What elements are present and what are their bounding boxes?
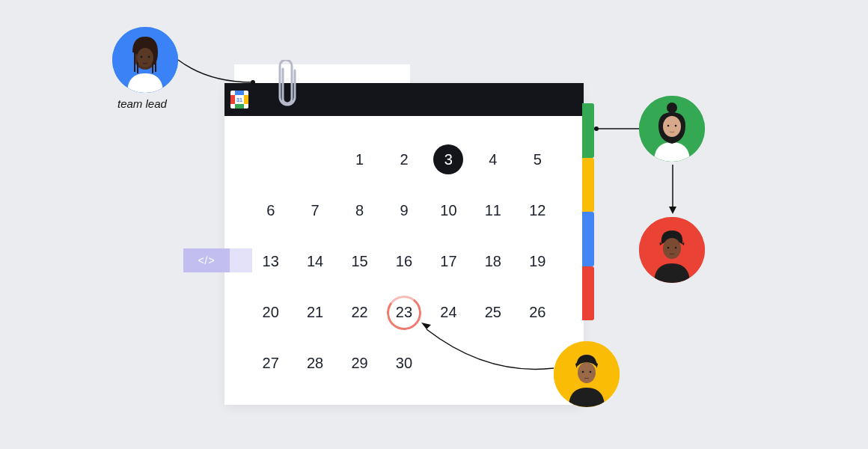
connector-tabs-to-green — [594, 124, 644, 135]
tab-yellow[interactable] — [582, 158, 594, 213]
calendar-day-empty — [248, 134, 293, 185]
calendar-day[interactable]: 23 — [382, 287, 426, 337]
svg-point-11 — [663, 238, 681, 259]
code-tag-highlight — [230, 248, 252, 272]
calendar-tabs — [582, 103, 594, 320]
calendar-day[interactable]: 2 — [382, 134, 426, 185]
calendar-day[interactable]: 11 — [471, 185, 515, 236]
calendar-day[interactable]: 29 — [337, 337, 382, 388]
svg-point-15 — [578, 362, 596, 383]
paperclip-icon — [275, 60, 298, 112]
calendar-day[interactable]: 24 — [427, 287, 471, 337]
avatar-member-red — [639, 217, 705, 283]
calendar-day[interactable]: 21 — [293, 287, 337, 337]
tab-blue[interactable] — [582, 212, 594, 266]
calendar-day[interactable]: 8 — [337, 185, 382, 236]
svg-point-8 — [667, 125, 670, 127]
calendar-day[interactable]: 6 — [248, 185, 293, 236]
calendar-grid: 1234567891011121314151617181920212223242… — [224, 116, 584, 396]
calendar-day[interactable]: 1 — [337, 134, 382, 185]
calendar-day[interactable]: 30 — [382, 337, 426, 388]
calendar-day[interactable]: 26 — [516, 287, 560, 337]
tab-green[interactable] — [582, 103, 594, 158]
calendar-day[interactable]: 19 — [516, 236, 560, 287]
calendar-day[interactable]: 5 — [516, 134, 560, 185]
svg-point-3 — [141, 56, 143, 58]
arrow-green-to-red — [667, 163, 678, 217]
tab-red[interactable] — [582, 266, 594, 321]
calendar-day[interactable]: 25 — [471, 287, 515, 337]
calendar-day[interactable]: 15 — [337, 236, 382, 287]
calendar-day[interactable]: 20 — [248, 287, 293, 337]
svg-point-6 — [667, 103, 677, 113]
svg-point-9 — [675, 125, 677, 127]
calendar-day[interactable]: 17 — [427, 236, 471, 287]
calendar-day[interactable]: 27 — [248, 337, 293, 388]
google-calendar-icon: 31 — [230, 91, 248, 109]
calendar-day[interactable]: 16 — [382, 236, 426, 287]
calendar-day[interactable]: 13 — [248, 236, 293, 287]
calendar-day[interactable]: 14 — [293, 236, 337, 287]
team-lead-label: team lead — [117, 97, 167, 110]
calendar-day[interactable]: 7 — [293, 185, 337, 236]
calendar-day[interactable]: 12 — [516, 185, 560, 236]
code-snippet-tag: </> — [183, 248, 230, 272]
svg-point-20 — [594, 126, 599, 131]
svg-point-13 — [675, 247, 677, 249]
calendar-day[interactable]: 9 — [382, 185, 426, 236]
calendar-day[interactable]: 28 — [293, 337, 337, 388]
svg-point-7 — [663, 116, 681, 137]
calendar-day[interactable]: 22 — [337, 287, 382, 337]
calendar-card: 31 1234567891011121314151617181920212223… — [224, 83, 584, 405]
calendar-day[interactable]: 4 — [471, 134, 515, 185]
svg-point-17 — [590, 371, 592, 373]
avatar-team-lead — [112, 27, 178, 93]
svg-point-16 — [582, 371, 584, 373]
calendar-day[interactable]: 3 — [427, 134, 471, 185]
calendar-day[interactable]: 18 — [471, 236, 515, 287]
svg-point-12 — [667, 247, 670, 249]
calendar-day[interactable]: 10 — [427, 185, 471, 236]
calendar-day-empty — [293, 134, 337, 185]
svg-point-2 — [137, 48, 153, 67]
avatar-member-green — [639, 96, 705, 162]
avatar-member-yellow — [554, 341, 620, 407]
svg-point-4 — [148, 56, 150, 58]
